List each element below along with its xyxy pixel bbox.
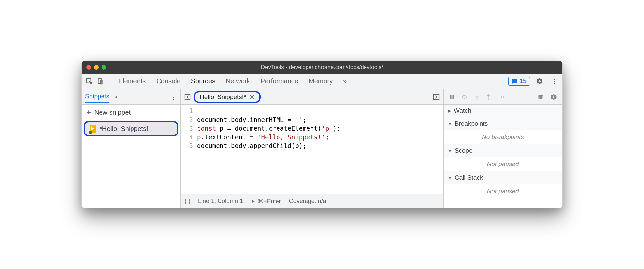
navigator-overflow[interactable]: » xyxy=(114,93,117,100)
navigator-more-icon[interactable]: ⋮ xyxy=(170,93,177,101)
zoom-window-button[interactable] xyxy=(102,65,106,70)
editor-file-tab[interactable]: Hello, Snippets!* ✕ xyxy=(194,91,261,103)
deactivate-breakpoints-icon[interactable] xyxy=(537,94,544,100)
svg-point-5 xyxy=(554,83,555,84)
snippet-file-icon xyxy=(90,125,96,133)
debugger-section-header[interactable]: ▼Scope xyxy=(444,144,562,157)
svg-rect-17 xyxy=(553,95,554,96)
disclosure-triangle-icon: ▼ xyxy=(448,148,452,153)
step-into-icon[interactable] xyxy=(474,94,480,100)
panel-tabs: Elements Console Sources Network Perform… xyxy=(118,75,347,87)
sources-body: Snippets » ⋮ + New snippet *Hello, Snipp… xyxy=(82,89,562,208)
minimize-window-button[interactable] xyxy=(94,65,99,70)
disclosure-triangle-icon: ▼ xyxy=(448,121,452,126)
snippet-item-label: *Hello, Snippets! xyxy=(100,125,148,133)
code-line[interactable]: p.textContent = 'Hello, Snippets!'; xyxy=(197,133,443,142)
new-snippet-button[interactable]: + New snippet xyxy=(82,105,180,120)
cursor-position: Line 1, Column 1 xyxy=(198,198,243,205)
plus-icon: + xyxy=(86,108,91,117)
inspect-element-icon[interactable] xyxy=(84,76,95,87)
line-number: 2 xyxy=(181,115,197,124)
pause-on-exceptions-icon[interactable] xyxy=(550,94,557,100)
svg-rect-7 xyxy=(434,94,439,99)
svg-rect-6 xyxy=(185,94,190,99)
editor-pane: Hello, Snippets!* ✕ 12document.body.inne… xyxy=(181,89,444,208)
editor-footer: { } Line 1, Column 1 ⌘+Enter Coverage: n… xyxy=(181,194,443,208)
coverage-status: Coverage: n/a xyxy=(289,198,326,205)
issues-count: 15 xyxy=(520,78,526,85)
titlebar: DevTools - developer.chrome.com/docs/dev… xyxy=(82,61,562,74)
svg-point-12 xyxy=(488,98,489,100)
section-body: Not paused xyxy=(444,157,562,171)
code-line[interactable]: const p = document.createElement('p'); xyxy=(197,124,443,133)
step-out-icon[interactable] xyxy=(486,94,492,100)
snippet-list-item[interactable]: *Hello, Snippets! xyxy=(84,121,178,136)
tab-network[interactable]: Network xyxy=(225,75,250,87)
show-debugger-icon[interactable] xyxy=(432,93,441,101)
pause-icon[interactable] xyxy=(449,94,455,100)
line-number: 5 xyxy=(181,141,197,150)
debugger-section-header[interactable]: ▼Breakpoints xyxy=(444,117,562,130)
traffic-lights xyxy=(86,65,106,70)
devtools-window: DevTools - developer.chrome.com/docs/dev… xyxy=(81,61,563,208)
section-title: Call Stack xyxy=(455,174,483,181)
tab-elements[interactable]: Elements xyxy=(118,75,146,87)
step-over-icon[interactable] xyxy=(461,94,468,100)
disclosure-triangle-icon: ▼ xyxy=(448,175,452,180)
file-tab-label: Hello, Snippets!* xyxy=(200,93,246,101)
svg-point-4 xyxy=(554,81,555,82)
section-title: Breakpoints xyxy=(455,120,488,127)
tabs-overflow[interactable]: » xyxy=(342,75,347,87)
pretty-print-button[interactable]: { } xyxy=(185,198,190,205)
debugger-toolbar xyxy=(444,89,562,105)
section-title: Scope xyxy=(455,147,473,154)
code-editor[interactable]: 12document.body.innerHTML = '';3const p … xyxy=(181,105,443,152)
disclosure-triangle-icon: ▶ xyxy=(448,108,451,113)
code-line[interactable]: document.body.appendChild(p); xyxy=(197,141,443,150)
line-number: 4 xyxy=(181,133,197,142)
debugger-pane: ▶Watch▼BreakpointsNo breakpoints▼ScopeNo… xyxy=(444,89,562,208)
close-window-button[interactable] xyxy=(86,65,91,70)
tab-memory[interactable]: Memory xyxy=(308,75,333,87)
toolbar-divider xyxy=(109,77,109,86)
section-title: Watch xyxy=(454,107,471,114)
main-toolbar: Elements Console Sources Network Perform… xyxy=(82,74,562,89)
editor-header: Hello, Snippets!* ✕ xyxy=(181,89,443,105)
new-snippet-label: New snippet xyxy=(94,109,131,116)
tab-performance[interactable]: Performance xyxy=(260,75,299,87)
svg-point-10 xyxy=(464,98,465,99)
svg-point-11 xyxy=(476,98,478,100)
issues-badge[interactable]: 15 xyxy=(508,77,530,86)
device-toolbar-icon[interactable] xyxy=(95,76,106,87)
svg-rect-8 xyxy=(450,95,452,99)
step-icon[interactable] xyxy=(498,94,505,100)
code-line[interactable]: document.body.innerHTML = ''; xyxy=(197,115,443,124)
tab-console[interactable]: Console xyxy=(156,75,181,87)
run-hint: ⌘+Enter xyxy=(257,198,281,205)
tab-sources[interactable]: Sources xyxy=(190,75,216,87)
navigator-header: Snippets » ⋮ xyxy=(82,89,180,105)
navigator-tab-snippets[interactable]: Snippets xyxy=(85,93,109,103)
svg-point-3 xyxy=(554,78,555,80)
window-title: DevTools - developer.chrome.com/docs/dev… xyxy=(82,64,562,71)
navigator-pane: Snippets » ⋮ + New snippet *Hello, Snipp… xyxy=(82,89,181,208)
show-navigator-icon[interactable] xyxy=(183,93,192,101)
more-icon[interactable] xyxy=(549,76,560,87)
run-snippet-button[interactable]: ⌘+Enter xyxy=(251,198,281,205)
svg-rect-9 xyxy=(453,95,454,99)
line-number: 1 xyxy=(181,106,197,115)
settings-icon[interactable] xyxy=(534,76,545,87)
debugger-section-header[interactable]: ▶Watch xyxy=(444,105,562,117)
close-tab-icon[interactable]: ✕ xyxy=(249,93,255,101)
debugger-section-header[interactable]: ▼Call Stack xyxy=(444,171,562,184)
svg-point-13 xyxy=(503,96,504,98)
section-body: No breakpoints xyxy=(444,130,562,144)
code-line[interactable] xyxy=(197,106,443,115)
section-body: Not paused xyxy=(444,184,562,198)
line-number: 3 xyxy=(181,124,197,133)
